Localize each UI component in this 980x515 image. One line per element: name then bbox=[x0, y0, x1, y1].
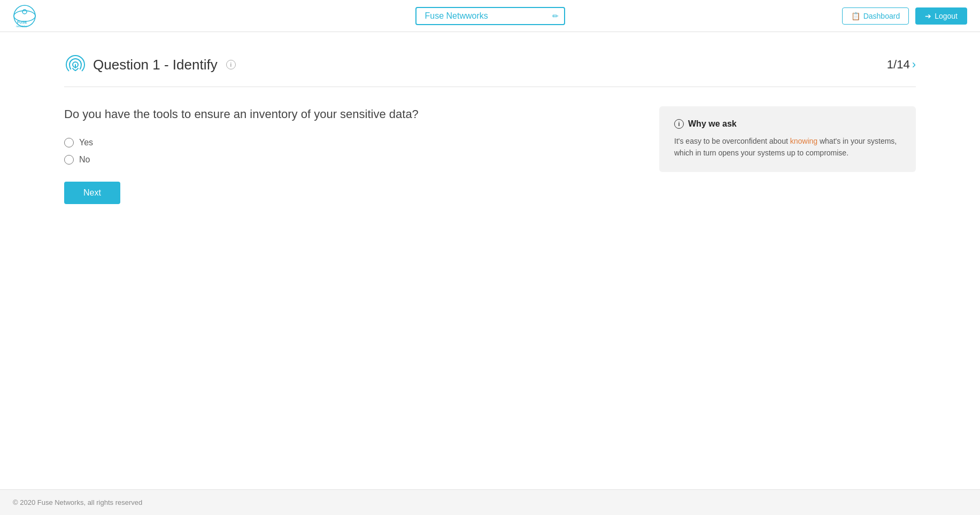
why-text-highlight: knowing bbox=[790, 137, 817, 145]
footer: © 2020 Fuse Networks, all rights reserve… bbox=[0, 489, 980, 515]
next-button[interactable]: Next bbox=[64, 182, 120, 204]
copyright-text: © 2020 Fuse Networks, all rights reserve… bbox=[13, 498, 142, 506]
radio-yes-text: Yes bbox=[79, 138, 93, 147]
why-text-part1: It's easy to be overconfident about bbox=[674, 137, 790, 145]
logout-icon: ➔ bbox=[925, 12, 931, 20]
company-name-box[interactable]: Fuse Netwworks ✏ bbox=[415, 7, 565, 25]
why-title: i Why we ask bbox=[674, 119, 901, 129]
header-center: Fuse Netwworks ✏ bbox=[415, 7, 565, 25]
header-right: 📋 Dashboard ➔ Logout bbox=[842, 7, 967, 25]
main-content: Question 1 - Identify i 1/14 › Do you ha… bbox=[0, 32, 980, 489]
logout-label: Logout bbox=[935, 12, 958, 20]
svg-point-2 bbox=[22, 10, 27, 14]
why-text: It's easy to be overconfident about know… bbox=[674, 135, 901, 159]
question-header: Question 1 - Identify i 1/14 › bbox=[64, 53, 916, 76]
question-text: Do you have the tools to ensure an inven… bbox=[64, 106, 638, 123]
radio-no-label[interactable]: No bbox=[64, 155, 638, 165]
header: FUSE networks Fuse Netwworks ✏ 📋 Dashboa… bbox=[0, 0, 980, 32]
why-info-icon: i bbox=[674, 119, 684, 129]
content-area: Do you have the tools to ensure an inven… bbox=[64, 106, 916, 204]
question-title-group: Question 1 - Identify i bbox=[64, 53, 236, 76]
dashboard-label: Dashboard bbox=[863, 12, 900, 20]
pagination: 1/14 › bbox=[887, 58, 916, 72]
radio-no-input[interactable] bbox=[64, 155, 74, 165]
question-section: Do you have the tools to ensure an inven… bbox=[64, 106, 638, 204]
fingerprint-icon bbox=[64, 53, 87, 76]
company-name-text: Fuse Netwworks bbox=[425, 11, 488, 21]
svg-point-1 bbox=[14, 11, 35, 21]
radio-no-text: No bbox=[79, 155, 90, 165]
radio-yes-label[interactable]: Yes bbox=[64, 138, 638, 147]
fuse-networks-logo: FUSE networks bbox=[13, 4, 36, 28]
question-info-icon[interactable]: i bbox=[226, 60, 236, 69]
dashboard-icon: 📋 bbox=[851, 12, 860, 20]
edit-icon[interactable]: ✏ bbox=[552, 12, 559, 20]
radio-group: Yes No bbox=[64, 138, 638, 165]
logo-area: FUSE networks bbox=[13, 4, 36, 28]
radio-yes-input[interactable] bbox=[64, 138, 74, 147]
why-we-ask-box: i Why we ask It's easy to be overconfide… bbox=[659, 106, 916, 172]
dashboard-button[interactable]: 📋 Dashboard bbox=[842, 7, 909, 25]
section-divider bbox=[64, 87, 916, 87]
pagination-text: 1/14 bbox=[887, 58, 910, 72]
pagination-next-arrow[interactable]: › bbox=[912, 58, 916, 72]
why-title-text: Why we ask bbox=[688, 119, 737, 129]
question-title: Question 1 - Identify bbox=[93, 57, 218, 73]
svg-text:networks: networks bbox=[16, 25, 27, 28]
logout-button[interactable]: ➔ Logout bbox=[915, 7, 967, 25]
svg-text:FUSE: FUSE bbox=[17, 20, 27, 24]
